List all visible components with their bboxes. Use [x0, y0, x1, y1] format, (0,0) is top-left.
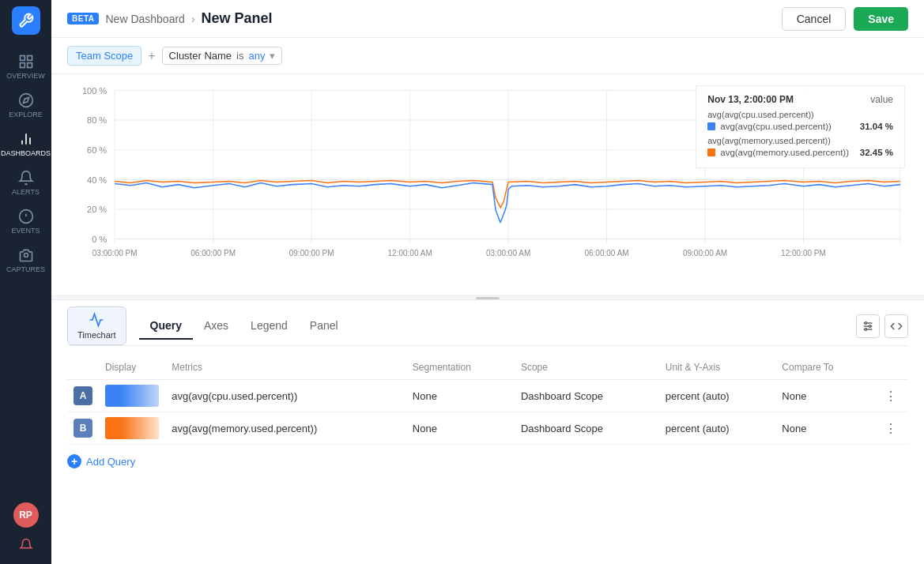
- row-b-scope[interactable]: Dashboard Scope: [515, 412, 659, 445]
- sidebar-item-events[interactable]: EVENTS: [0, 202, 51, 241]
- col-segmentation: Segmentation: [406, 359, 515, 380]
- add-filter-button[interactable]: +: [148, 49, 155, 63]
- sidebar-item-dashboards[interactable]: DASHBOARDS: [0, 125, 51, 164]
- col-scope: Scope: [515, 359, 659, 380]
- sidebar-item-captures-label: CAPTURES: [6, 265, 45, 273]
- tab-query[interactable]: Query: [139, 313, 193, 340]
- divider-handle: [476, 297, 500, 299]
- add-query-label: Add Query: [86, 456, 135, 468]
- breadcrumb-separator: ›: [191, 13, 195, 25]
- sidebar-item-captures[interactable]: CAPTURES: [0, 241, 51, 280]
- header-actions: Cancel Save: [782, 7, 908, 31]
- row-a-scope[interactable]: Dashboard Scope: [515, 380, 659, 412]
- svg-text:03:00:00 PM: 03:00:00 PM: [92, 248, 138, 257]
- legend-mem-value-label: avg(avg(memory.used.percent)): [720, 148, 849, 157]
- notification-icon[interactable]: [13, 532, 39, 558]
- chart-legend: Nov 13, 2:00:00 PM value avg(avg(cpu.use…: [696, 85, 905, 168]
- legend-cpu-dot: [707, 122, 715, 130]
- svg-text:12:00:00 AM: 12:00:00 AM: [387, 248, 432, 257]
- svg-marker-5: [23, 97, 28, 103]
- beta-badge: BETA: [67, 13, 99, 24]
- svg-rect-1: [27, 56, 32, 61]
- panel-tabs-row: Timechart Query Axes Legend Panel: [67, 300, 908, 346]
- row-b-segmentation[interactable]: None: [406, 412, 515, 445]
- table-row: B avg(avg(memory.used.percent)) None Das…: [67, 412, 908, 445]
- sidebar-item-dashboards-label: DASHBOARDS: [1, 149, 51, 157]
- header: BETA New Dashboard › New Panel Cancel Sa…: [51, 0, 924, 38]
- sidebar-item-overview[interactable]: OVERVIEW: [0, 47, 51, 86]
- svg-text:60 %: 60 %: [87, 145, 107, 155]
- sidebar-item-alerts-label: ALERTS: [12, 188, 40, 196]
- row-a-unit-yaxis[interactable]: percent (auto): [659, 380, 776, 412]
- svg-rect-0: [20, 56, 25, 61]
- svg-point-46: [869, 325, 871, 327]
- svg-text:06:00:00 AM: 06:00:00 AM: [584, 248, 628, 257]
- row-a-menu-button[interactable]: ⋮: [880, 387, 902, 405]
- svg-text:80 %: 80 %: [87, 115, 107, 125]
- tab-legend[interactable]: Legend: [239, 313, 299, 340]
- legend-cpu-value: 31.04 %: [854, 122, 893, 131]
- legend-value-header: value: [870, 94, 893, 105]
- main-content: BETA New Dashboard › New Panel Cancel Sa…: [51, 0, 924, 564]
- legend-mem-label: avg(avg(memory.used.percent)): [707, 136, 831, 145]
- legend-mem-value: 32.45 %: [854, 148, 893, 157]
- timechart-label: Timechart: [77, 330, 116, 340]
- timechart-button[interactable]: Timechart: [67, 306, 126, 345]
- sidebar: OVERVIEW EXPLORE DASHBOARDS ALERTS EVENT…: [0, 0, 51, 564]
- svg-rect-3: [27, 63, 32, 68]
- col-display: Display: [99, 359, 165, 380]
- row-b-display-swatch[interactable]: [105, 417, 159, 439]
- row-b-compare-to[interactable]: None: [775, 412, 873, 445]
- svg-point-4: [19, 94, 32, 107]
- col-metrics: Metrics: [165, 359, 406, 380]
- cluster-name-filter[interactable]: Cluster Name is any ▾: [162, 47, 283, 65]
- logo[interactable]: [12, 6, 40, 35]
- scope-filter-bar: Team Scope + Cluster Name is any ▾: [51, 38, 924, 74]
- sidebar-item-overview-label: OVERVIEW: [6, 72, 44, 80]
- svg-point-47: [865, 328, 867, 330]
- svg-text:40 %: 40 %: [87, 175, 107, 184]
- save-button[interactable]: Save: [854, 7, 908, 31]
- col-unit-yaxis: Unit & Y-Axis: [659, 359, 776, 380]
- legend-cpu-label: avg(avg(cpu.used.percent)): [707, 110, 814, 119]
- svg-text:09:00:00 PM: 09:00:00 PM: [289, 248, 334, 257]
- team-scope-tag[interactable]: Team Scope: [67, 46, 141, 66]
- filter-dropdown-icon[interactable]: ▾: [270, 50, 275, 62]
- svg-text:09:00:00 AM: 09:00:00 AM: [683, 248, 727, 257]
- svg-point-12: [24, 254, 28, 258]
- row-b-menu-button[interactable]: ⋮: [880, 419, 902, 438]
- svg-text:12:00:00 PM: 12:00:00 PM: [781, 248, 826, 257]
- settings-icon-button[interactable]: [856, 314, 880, 338]
- svg-rect-2: [20, 63, 25, 68]
- svg-text:03:00:00 AM: 03:00:00 AM: [486, 248, 530, 257]
- legend-mem-dot: [707, 149, 715, 156]
- add-query-button[interactable]: + Add Query: [67, 454, 908, 468]
- tab-axes[interactable]: Axes: [193, 313, 239, 340]
- sidebar-item-explore-label: EXPLORE: [9, 111, 43, 118]
- legend-date: Nov 13, 2:00:00 PM: [707, 94, 794, 105]
- svg-text:06:00:00 PM: 06:00:00 PM: [190, 248, 236, 257]
- row-a-compare-to[interactable]: None: [775, 380, 873, 412]
- sidebar-item-alerts[interactable]: ALERTS: [0, 164, 51, 202]
- user-avatar[interactable]: RP: [13, 502, 39, 528]
- row-a-display-swatch[interactable]: [105, 385, 159, 407]
- svg-point-45: [865, 321, 867, 324]
- legend-cpu-value-label: avg(avg(cpu.used.percent)): [720, 122, 849, 131]
- query-table: Display Metrics Segmentation Scope Unit …: [67, 359, 908, 445]
- cancel-button[interactable]: Cancel: [782, 7, 847, 31]
- row-a-segmentation[interactable]: None: [406, 380, 515, 412]
- sidebar-item-explore[interactable]: EXPLORE: [0, 86, 51, 125]
- col-compare-to: Compare To: [775, 359, 873, 380]
- row-a-metrics[interactable]: avg(avg(cpu.used.percent)): [165, 380, 406, 412]
- row-b-unit-yaxis[interactable]: percent (auto): [659, 412, 776, 445]
- code-icon-button[interactable]: [884, 314, 908, 338]
- add-query-icon: +: [67, 454, 81, 468]
- sidebar-item-events-label: EVENTS: [11, 227, 40, 235]
- table-row: A avg(avg(cpu.used.percent)) None Dashbo…: [67, 380, 908, 412]
- filter-operator: is: [236, 50, 243, 62]
- tab-panel[interactable]: Panel: [299, 313, 349, 340]
- chart-area: 100 % 80 % 60 % 40 % 20 % 0 % 03:00:00 P…: [51, 74, 924, 295]
- filter-value: any: [248, 50, 265, 62]
- row-b-metrics[interactable]: avg(avg(memory.used.percent)): [165, 412, 406, 445]
- dashboard-link[interactable]: New Dashboard: [105, 13, 184, 25]
